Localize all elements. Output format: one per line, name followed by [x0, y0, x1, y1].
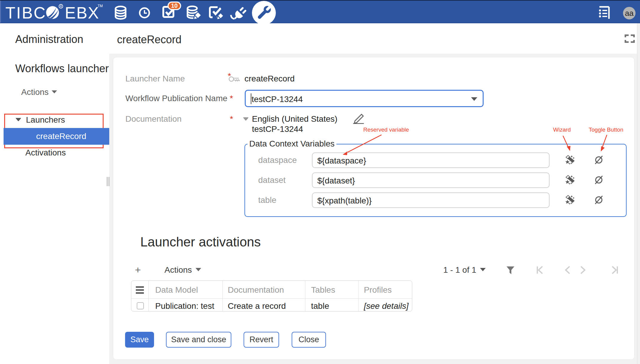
- svg-text:*: *: [228, 71, 231, 81]
